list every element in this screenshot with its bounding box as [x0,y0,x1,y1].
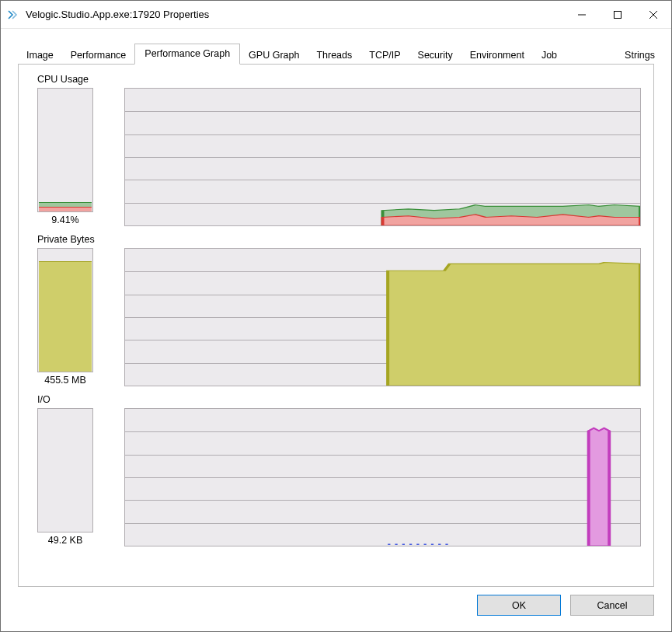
tab-threads[interactable]: Threads [308,46,360,65]
tab-environment[interactable]: Environment [461,46,533,65]
tab-strings[interactable]: Strings [616,46,663,65]
cpu-history-graph [124,88,641,226]
io-history-graph [124,408,641,546]
section-cpu: CPU Usage 9.41% [37,74,641,226]
section-memory: Private Bytes 455.5 MB [37,234,641,386]
svg-rect-1 [615,11,622,18]
memory-title: Private Bytes [37,234,641,245]
io-title: I/O [37,394,641,405]
titlebar: Velogic.Studio.App.exe:17920 Properties [1,1,671,29]
tab-job[interactable]: Job [533,46,566,65]
memory-history-graph [124,248,641,386]
memory-value: 455.5 MB [44,375,86,386]
cpu-title: CPU Usage [37,74,641,85]
dialog-buttons: OK Cancel [1,587,671,631]
tab-tcpip[interactable]: TCP/IP [360,46,409,65]
ok-button[interactable]: OK [477,595,561,616]
tabbar: Image Performance Performance Graph GPU … [1,29,671,64]
close-button[interactable] [635,3,671,26]
tab-body: CPU Usage 9.41% [18,64,654,587]
tab-image[interactable]: Image [18,46,62,65]
maximize-button[interactable] [600,3,635,26]
cpu-value: 9.41% [51,215,78,225]
tab-gpu-graph[interactable]: GPU Graph [240,46,308,65]
minimize-button[interactable] [564,3,600,26]
section-io: I/O 49.2 KB [37,394,641,546]
cpu-mini-graph [37,88,93,212]
tab-security[interactable]: Security [409,46,461,65]
io-mini-graph [37,408,93,532]
cancel-button[interactable]: Cancel [570,595,654,616]
properties-window: Velogic.Studio.App.exe:17920 Properties … [0,0,672,632]
tab-performance-graph[interactable]: Performance Graph [134,44,240,65]
tab-performance[interactable]: Performance [62,46,135,65]
window-title: Velogic.Studio.App.exe:17920 Properties [26,9,209,20]
memory-mini-graph [37,248,93,372]
io-value: 49.2 KB [48,535,82,546]
app-icon [7,8,21,22]
